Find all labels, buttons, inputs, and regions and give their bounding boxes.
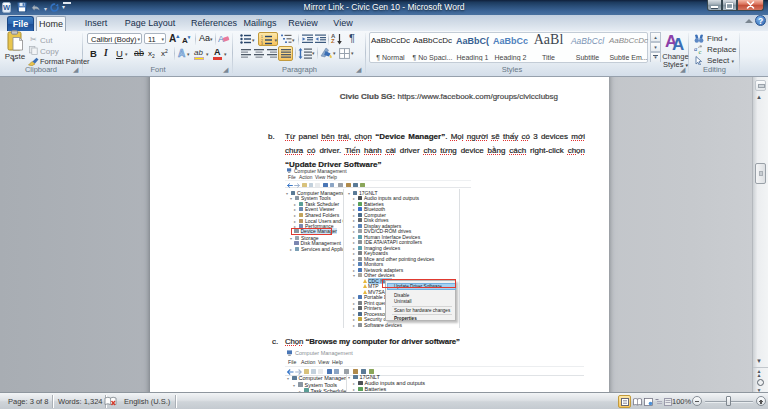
svg-text:a: a	[694, 45, 697, 52]
svg-text:c: c	[699, 47, 702, 54]
svg-text:3: 3	[261, 42, 263, 45]
